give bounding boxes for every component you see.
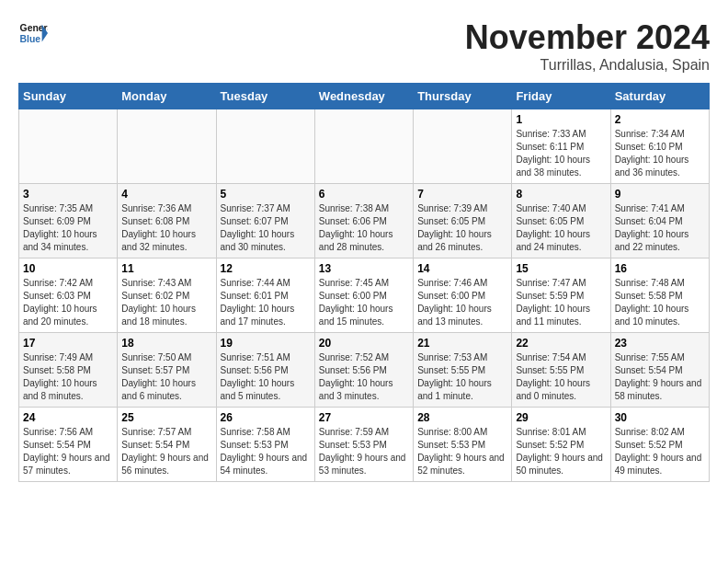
day-info: Sunrise: 7:36 AMSunset: 6:08 PMDaylight:… [121,202,211,254]
day-info: Sunrise: 7:41 AMSunset: 6:04 PMDaylight:… [615,202,705,254]
day-info: Sunrise: 7:34 AMSunset: 6:10 PMDaylight:… [615,128,705,179]
week-row-2: 3Sunrise: 7:35 AMSunset: 6:09 PMDaylight… [19,184,710,259]
day-cell: 6Sunrise: 7:38 AMSunset: 6:06 PMDaylight… [314,184,413,259]
day-info: Sunrise: 7:57 AMSunset: 5:54 PMDaylight:… [121,426,211,477]
day-info: Sunrise: 7:49 AMSunset: 5:58 PMDaylight:… [23,351,113,403]
day-cell: 26Sunrise: 7:58 AMSunset: 5:53 PMDayligh… [216,408,314,482]
day-cell: 24Sunrise: 7:56 AMSunset: 5:54 PMDayligh… [19,408,118,482]
day-info: Sunrise: 7:47 AMSunset: 5:59 PMDaylight:… [516,277,606,328]
day-info: Sunrise: 7:40 AMSunset: 6:05 PMDaylight:… [516,202,606,254]
weekday-monday: Monday [118,84,216,109]
day-cell: 21Sunrise: 7:53 AMSunset: 5:55 PMDayligh… [414,333,512,408]
calendar-header: SundayMondayTuesdayWednesdayThursdayFrid… [19,84,710,109]
day-info: Sunrise: 7:37 AMSunset: 6:07 PMDaylight:… [221,202,311,254]
day-info: Sunrise: 7:55 AMSunset: 5:54 PMDaylight:… [615,351,705,403]
weekday-saturday: Saturday [610,84,709,109]
day-number: 15 [516,262,606,275]
day-number: 29 [516,411,606,424]
day-info: Sunrise: 7:53 AMSunset: 5:55 PMDaylight:… [417,351,507,403]
weekday-wednesday: Wednesday [314,84,413,109]
header: General Blue November 2024 Turrillas, An… [18,18,710,74]
day-cell: 15Sunrise: 7:47 AMSunset: 5:59 PMDayligh… [512,259,610,333]
day-number: 9 [615,188,705,201]
day-number: 1 [516,113,606,126]
day-number: 4 [121,188,211,201]
week-row-1: 1Sunrise: 7:33 AMSunset: 6:11 PMDaylight… [19,109,710,184]
title-area: November 2024 Turrillas, Andalusia, Spai… [465,18,710,74]
day-cell: 28Sunrise: 8:00 AMSunset: 5:53 PMDayligh… [414,408,512,482]
day-cell [414,109,512,184]
day-cell: 5Sunrise: 7:37 AMSunset: 6:07 PMDaylight… [216,184,314,259]
day-cell [216,109,314,184]
day-cell [118,109,216,184]
day-info: Sunrise: 7:58 AMSunset: 5:53 PMDaylight:… [221,426,311,477]
day-number: 28 [417,411,507,424]
day-cell [314,109,413,184]
week-row-3: 10Sunrise: 7:42 AMSunset: 6:03 PMDayligh… [19,259,710,333]
day-info: Sunrise: 7:59 AMSunset: 5:53 PMDaylight:… [319,426,409,477]
day-number: 30 [615,411,705,424]
day-info: Sunrise: 7:42 AMSunset: 6:03 PMDaylight:… [23,277,113,328]
day-cell: 12Sunrise: 7:44 AMSunset: 6:01 PMDayligh… [216,259,314,333]
day-number: 2 [615,113,705,126]
day-number: 17 [23,337,113,350]
day-cell: 18Sunrise: 7:50 AMSunset: 5:57 PMDayligh… [118,333,216,408]
day-cell: 22Sunrise: 7:54 AMSunset: 5:55 PMDayligh… [512,333,610,408]
day-number: 5 [221,188,311,201]
day-cell [19,109,118,184]
day-cell: 10Sunrise: 7:42 AMSunset: 6:03 PMDayligh… [19,259,118,333]
day-info: Sunrise: 7:54 AMSunset: 5:55 PMDaylight:… [516,351,606,403]
day-info: Sunrise: 7:52 AMSunset: 5:56 PMDaylight:… [319,351,409,403]
day-number: 26 [221,411,311,424]
day-number: 16 [615,262,705,275]
week-row-5: 24Sunrise: 7:56 AMSunset: 5:54 PMDayligh… [19,408,710,482]
week-row-4: 17Sunrise: 7:49 AMSunset: 5:58 PMDayligh… [19,333,710,408]
day-cell: 23Sunrise: 7:55 AMSunset: 5:54 PMDayligh… [610,333,709,408]
day-cell: 13Sunrise: 7:45 AMSunset: 6:00 PMDayligh… [314,259,413,333]
location: Turrillas, Andalusia, Spain [465,57,710,74]
day-number: 13 [319,262,409,275]
day-cell: 9Sunrise: 7:41 AMSunset: 6:04 PMDaylight… [610,184,709,259]
day-info: Sunrise: 7:38 AMSunset: 6:06 PMDaylight:… [319,202,409,254]
day-cell: 3Sunrise: 7:35 AMSunset: 6:09 PMDaylight… [19,184,118,259]
day-number: 3 [23,188,113,201]
logo-icon: General Blue [18,18,48,48]
day-number: 14 [417,262,507,275]
day-info: Sunrise: 7:45 AMSunset: 6:00 PMDaylight:… [319,277,409,328]
logo: General Blue [18,18,48,48]
weekday-sunday: Sunday [19,84,118,109]
day-cell: 2Sunrise: 7:34 AMSunset: 6:10 PMDaylight… [610,109,709,184]
day-number: 7 [417,188,507,201]
weekday-header-row: SundayMondayTuesdayWednesdayThursdayFrid… [19,84,710,109]
day-cell: 14Sunrise: 7:46 AMSunset: 6:00 PMDayligh… [414,259,512,333]
calendar: SundayMondayTuesdayWednesdayThursdayFrid… [18,83,710,482]
weekday-friday: Friday [512,84,610,109]
day-cell: 30Sunrise: 8:02 AMSunset: 5:52 PMDayligh… [610,408,709,482]
svg-text:Blue: Blue [20,34,41,44]
day-info: Sunrise: 7:44 AMSunset: 6:01 PMDaylight:… [221,277,311,328]
day-number: 27 [319,411,409,424]
day-cell: 25Sunrise: 7:57 AMSunset: 5:54 PMDayligh… [118,408,216,482]
day-number: 19 [221,337,311,350]
day-number: 12 [221,262,311,275]
day-cell: 4Sunrise: 7:36 AMSunset: 6:08 PMDaylight… [118,184,216,259]
day-number: 25 [121,411,211,424]
calendar-body: 1Sunrise: 7:33 AMSunset: 6:11 PMDaylight… [19,109,710,482]
day-cell: 1Sunrise: 7:33 AMSunset: 6:11 PMDaylight… [512,109,610,184]
day-cell: 17Sunrise: 7:49 AMSunset: 5:58 PMDayligh… [19,333,118,408]
day-number: 24 [23,411,113,424]
day-number: 10 [23,262,113,275]
day-number: 21 [417,337,507,350]
weekday-tuesday: Tuesday [216,84,314,109]
day-cell: 27Sunrise: 7:59 AMSunset: 5:53 PMDayligh… [314,408,413,482]
weekday-thursday: Thursday [414,84,512,109]
day-info: Sunrise: 7:48 AMSunset: 5:58 PMDaylight:… [615,277,705,328]
day-number: 20 [319,337,409,350]
day-info: Sunrise: 8:02 AMSunset: 5:52 PMDaylight:… [615,426,705,477]
month-title: November 2024 [465,18,710,57]
day-number: 18 [121,337,211,350]
day-cell: 16Sunrise: 7:48 AMSunset: 5:58 PMDayligh… [610,259,709,333]
day-info: Sunrise: 7:56 AMSunset: 5:54 PMDaylight:… [23,426,113,477]
day-info: Sunrise: 7:46 AMSunset: 6:00 PMDaylight:… [417,277,507,328]
day-number: 22 [516,337,606,350]
